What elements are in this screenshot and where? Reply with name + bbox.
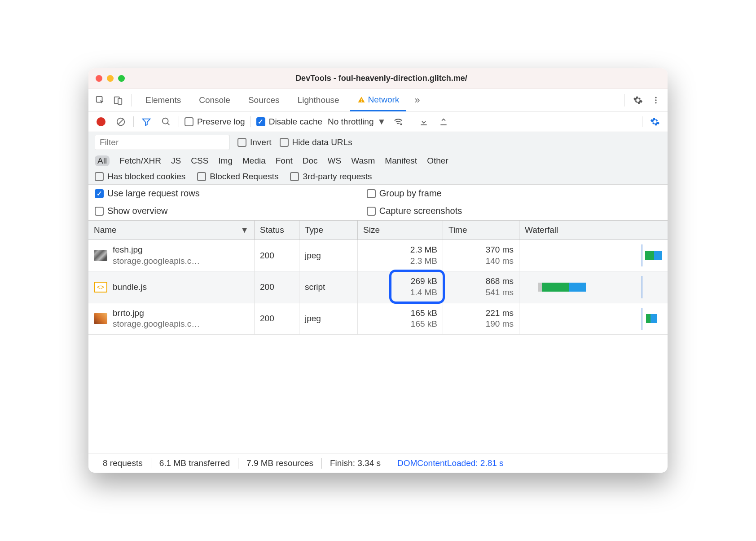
preserve-log-checkbox[interactable]: Preserve log [185, 117, 245, 127]
table-header: Name▼ Status Type Size Time Waterfall [88, 221, 668, 240]
blocked-requests-checkbox[interactable]: Blocked Requests [197, 172, 278, 182]
separator [132, 94, 132, 106]
filter-input[interactable] [95, 135, 229, 150]
settings-icon[interactable] [631, 93, 645, 107]
type-filter-font[interactable]: Font [276, 156, 293, 166]
clear-icon[interactable] [114, 115, 128, 129]
inspect-element-icon[interactable] [93, 93, 107, 107]
script-file-icon: <> [94, 282, 107, 293]
time-total: 221 ms [486, 308, 514, 319]
checkbox-label: Group by frame [379, 188, 442, 199]
has-blocked-cookies-checkbox[interactable]: Has blocked cookies [95, 172, 185, 182]
checkbox-label: Invert [250, 137, 272, 147]
svg-point-7 [655, 102, 656, 103]
request-name: brrto.jpg [113, 308, 200, 319]
svg-line-11 [167, 123, 170, 125]
size-transferred: 2.3 MB [410, 244, 437, 256]
col-size[interactable]: Size [358, 221, 443, 239]
status-transferred: 6.1 MB transferred [151, 458, 238, 468]
request-type: script [305, 282, 325, 292]
size-resource: 1.4 MB [410, 287, 437, 298]
select-value: No throttling [328, 117, 374, 127]
type-filter-row: All Fetch/XHR JS CSS Img Media Font Doc … [88, 153, 668, 169]
type-filter-manifest[interactable]: Manifest [385, 156, 417, 166]
waterfall-bar [525, 276, 586, 298]
filter-icon[interactable] [139, 115, 154, 129]
image-thumbnail-icon [94, 250, 107, 261]
status-finish: Finish: 3.34 s [322, 458, 389, 468]
request-name: bundle.js [113, 282, 147, 293]
network-options: Use large request rows Group by frame Sh… [88, 185, 668, 220]
type-filter-all[interactable]: All [95, 155, 110, 166]
col-name[interactable]: Name▼ [88, 221, 255, 239]
table-row[interactable]: fesh.jpgstorage.googleapis.c…200jpeg2.3 … [88, 240, 668, 271]
tab-network[interactable]: Network [350, 89, 407, 111]
record-button[interactable] [94, 115, 108, 129]
zoom-window-button[interactable] [118, 75, 125, 82]
show-overview-checkbox[interactable]: Show overview [95, 206, 367, 216]
col-type[interactable]: Type [299, 221, 358, 239]
col-time[interactable]: Time [443, 221, 519, 239]
hide-data-urls-checkbox[interactable]: Hide data URLs [280, 137, 352, 147]
separator [624, 94, 624, 106]
large-rows-checkbox[interactable]: Use large request rows [95, 188, 367, 199]
type-filter-css[interactable]: CSS [191, 156, 208, 166]
request-status: 200 [260, 282, 274, 292]
svg-rect-4 [361, 101, 362, 102]
request-name: fesh.jpg [113, 244, 200, 256]
type-filter-other[interactable]: Other [427, 156, 448, 166]
type-filter-img[interactable]: Img [218, 156, 233, 166]
requests-table: Name▼ Status Type Size Time Waterfall fe… [88, 220, 668, 453]
table-body[interactable]: fesh.jpgstorage.googleapis.c…200jpeg2.3 … [88, 240, 668, 335]
network-settings-icon[interactable] [648, 115, 662, 129]
status-domcontentloaded: DOMContentLoaded: 2.81 s [389, 458, 512, 468]
export-har-icon[interactable] [436, 115, 451, 129]
size-transferred: 269 kB [410, 276, 437, 287]
more-tabs-icon[interactable]: » [410, 93, 424, 107]
throttling-select[interactable]: No throttling ▼ [328, 117, 386, 127]
request-domain: storage.googleapis.c… [113, 256, 200, 267]
table-row[interactable]: brrto.jpgstorage.googleapis.c…200jpeg165… [88, 303, 668, 335]
tab-console[interactable]: Console [192, 89, 237, 111]
import-har-icon[interactable] [417, 115, 431, 129]
invert-checkbox[interactable]: Invert [237, 137, 272, 147]
request-type: jpeg [305, 251, 321, 261]
col-status[interactable]: Status [255, 221, 299, 239]
time-latency: 190 ms [486, 319, 514, 330]
svg-rect-2 [118, 98, 122, 104]
tab-sources[interactable]: Sources [241, 89, 287, 111]
third-party-checkbox[interactable]: 3rd-party requests [290, 172, 372, 182]
type-filter-fetchxhr[interactable]: Fetch/XHR [119, 156, 161, 166]
request-status: 200 [260, 314, 274, 324]
search-icon[interactable] [159, 115, 173, 129]
kebab-menu-icon[interactable] [649, 93, 663, 107]
checkbox-label: Capture screenshots [379, 206, 462, 216]
type-filter-doc[interactable]: Doc [303, 156, 318, 166]
svg-rect-14 [441, 124, 447, 125]
type-filter-wasm[interactable]: Wasm [351, 156, 375, 166]
tab-lighthouse[interactable]: Lighthouse [290, 89, 347, 111]
request-status: 200 [260, 251, 274, 261]
disable-cache-checkbox[interactable]: Disable cache [256, 117, 322, 127]
type-filter-media[interactable]: Media [242, 156, 266, 166]
window-title: DevTools - foul-heavenly-direction.glitc… [125, 74, 660, 83]
separator [251, 116, 251, 127]
tab-elements[interactable]: Elements [138, 89, 188, 111]
group-by-frame-checkbox[interactable]: Group by frame [367, 188, 639, 199]
svg-point-5 [655, 97, 656, 98]
time-latency: 140 ms [486, 256, 514, 267]
close-window-button[interactable] [96, 75, 102, 82]
request-type: jpeg [305, 314, 321, 324]
type-filter-ws[interactable]: WS [328, 156, 342, 166]
table-row[interactable]: <>bundle.js200script269 kB1.4 MB868 ms54… [88, 271, 668, 303]
size-resource: 2.3 MB [410, 256, 437, 267]
type-filter-js[interactable]: JS [171, 156, 181, 166]
capture-screenshots-checkbox[interactable]: Capture screenshots [367, 206, 639, 216]
network-conditions-icon[interactable] [391, 115, 405, 129]
col-waterfall[interactable]: Waterfall [519, 221, 668, 239]
traffic-lights [96, 75, 125, 82]
waterfall-bar [525, 308, 657, 330]
devtools-window: DevTools - foul-heavenly-direction.glitc… [88, 68, 668, 473]
minimize-window-button[interactable] [107, 75, 114, 82]
device-toolbar-icon[interactable] [111, 93, 125, 107]
